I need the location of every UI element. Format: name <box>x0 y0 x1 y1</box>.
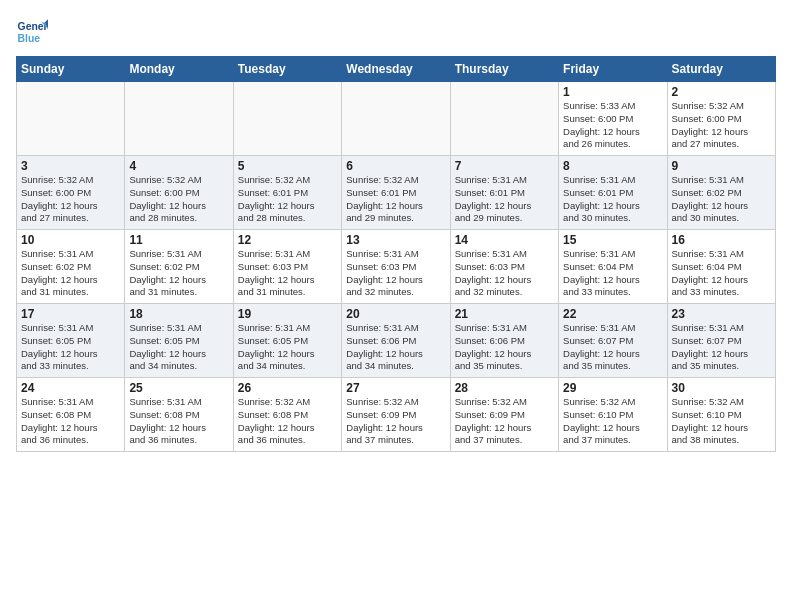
calendar-cell: 28Sunrise: 5:32 AMSunset: 6:09 PMDayligh… <box>450 378 558 452</box>
day-info: Sunrise: 5:31 AMSunset: 6:08 PMDaylight:… <box>129 396 228 447</box>
calendar-cell <box>342 82 450 156</box>
day-info: Sunrise: 5:32 AMSunset: 6:01 PMDaylight:… <box>238 174 337 225</box>
day-info: Sunrise: 5:31 AMSunset: 6:01 PMDaylight:… <box>455 174 554 225</box>
day-info: Sunrise: 5:31 AMSunset: 6:06 PMDaylight:… <box>346 322 445 373</box>
calendar-cell: 12Sunrise: 5:31 AMSunset: 6:03 PMDayligh… <box>233 230 341 304</box>
day-number: 15 <box>563 233 662 247</box>
day-number: 26 <box>238 381 337 395</box>
calendar-cell: 30Sunrise: 5:32 AMSunset: 6:10 PMDayligh… <box>667 378 775 452</box>
day-number: 23 <box>672 307 771 321</box>
day-number: 12 <box>238 233 337 247</box>
day-number: 25 <box>129 381 228 395</box>
calendar-cell: 3Sunrise: 5:32 AMSunset: 6:00 PMDaylight… <box>17 156 125 230</box>
day-info: Sunrise: 5:31 AMSunset: 6:02 PMDaylight:… <box>21 248 120 299</box>
day-info: Sunrise: 5:31 AMSunset: 6:08 PMDaylight:… <box>21 396 120 447</box>
calendar-cell: 11Sunrise: 5:31 AMSunset: 6:02 PMDayligh… <box>125 230 233 304</box>
day-number: 4 <box>129 159 228 173</box>
day-info: Sunrise: 5:33 AMSunset: 6:00 PMDaylight:… <box>563 100 662 151</box>
day-of-week-header: Monday <box>125 57 233 82</box>
day-number: 1 <box>563 85 662 99</box>
day-number: 24 <box>21 381 120 395</box>
calendar-cell: 19Sunrise: 5:31 AMSunset: 6:05 PMDayligh… <box>233 304 341 378</box>
calendar-cell: 24Sunrise: 5:31 AMSunset: 6:08 PMDayligh… <box>17 378 125 452</box>
day-of-week-header: Friday <box>559 57 667 82</box>
logo-icon: General Blue <box>16 16 48 48</box>
day-info: Sunrise: 5:31 AMSunset: 6:07 PMDaylight:… <box>672 322 771 373</box>
day-number: 9 <box>672 159 771 173</box>
day-number: 28 <box>455 381 554 395</box>
calendar-cell: 16Sunrise: 5:31 AMSunset: 6:04 PMDayligh… <box>667 230 775 304</box>
calendar-cell: 25Sunrise: 5:31 AMSunset: 6:08 PMDayligh… <box>125 378 233 452</box>
day-info: Sunrise: 5:31 AMSunset: 6:03 PMDaylight:… <box>455 248 554 299</box>
calendar-table: SundayMondayTuesdayWednesdayThursdayFrid… <box>16 56 776 452</box>
calendar-cell: 18Sunrise: 5:31 AMSunset: 6:05 PMDayligh… <box>125 304 233 378</box>
calendar-header-row: SundayMondayTuesdayWednesdayThursdayFrid… <box>17 57 776 82</box>
calendar-cell: 7Sunrise: 5:31 AMSunset: 6:01 PMDaylight… <box>450 156 558 230</box>
day-info: Sunrise: 5:31 AMSunset: 6:06 PMDaylight:… <box>455 322 554 373</box>
day-number: 11 <box>129 233 228 247</box>
day-info: Sunrise: 5:31 AMSunset: 6:05 PMDaylight:… <box>129 322 228 373</box>
day-number: 27 <box>346 381 445 395</box>
day-info: Sunrise: 5:31 AMSunset: 6:05 PMDaylight:… <box>238 322 337 373</box>
calendar-cell <box>450 82 558 156</box>
day-of-week-header: Sunday <box>17 57 125 82</box>
day-info: Sunrise: 5:32 AMSunset: 6:00 PMDaylight:… <box>21 174 120 225</box>
day-of-week-header: Saturday <box>667 57 775 82</box>
calendar-cell: 14Sunrise: 5:31 AMSunset: 6:03 PMDayligh… <box>450 230 558 304</box>
day-number: 10 <box>21 233 120 247</box>
calendar-cell: 22Sunrise: 5:31 AMSunset: 6:07 PMDayligh… <box>559 304 667 378</box>
calendar-cell: 15Sunrise: 5:31 AMSunset: 6:04 PMDayligh… <box>559 230 667 304</box>
day-info: Sunrise: 5:32 AMSunset: 6:01 PMDaylight:… <box>346 174 445 225</box>
calendar-cell: 26Sunrise: 5:32 AMSunset: 6:08 PMDayligh… <box>233 378 341 452</box>
day-of-week-header: Tuesday <box>233 57 341 82</box>
svg-text:Blue: Blue <box>18 33 41 44</box>
calendar-cell <box>125 82 233 156</box>
day-info: Sunrise: 5:31 AMSunset: 6:05 PMDaylight:… <box>21 322 120 373</box>
calendar-cell <box>17 82 125 156</box>
day-number: 3 <box>21 159 120 173</box>
day-number: 17 <box>21 307 120 321</box>
day-number: 29 <box>563 381 662 395</box>
calendar-cell: 27Sunrise: 5:32 AMSunset: 6:09 PMDayligh… <box>342 378 450 452</box>
day-number: 7 <box>455 159 554 173</box>
calendar-cell: 20Sunrise: 5:31 AMSunset: 6:06 PMDayligh… <box>342 304 450 378</box>
day-info: Sunrise: 5:31 AMSunset: 6:07 PMDaylight:… <box>563 322 662 373</box>
day-info: Sunrise: 5:32 AMSunset: 6:09 PMDaylight:… <box>346 396 445 447</box>
day-number: 22 <box>563 307 662 321</box>
day-number: 18 <box>129 307 228 321</box>
calendar-cell: 6Sunrise: 5:32 AMSunset: 6:01 PMDaylight… <box>342 156 450 230</box>
day-number: 8 <box>563 159 662 173</box>
day-of-week-header: Thursday <box>450 57 558 82</box>
day-of-week-header: Wednesday <box>342 57 450 82</box>
day-number: 6 <box>346 159 445 173</box>
calendar-cell <box>233 82 341 156</box>
day-info: Sunrise: 5:32 AMSunset: 6:10 PMDaylight:… <box>672 396 771 447</box>
calendar-cell: 23Sunrise: 5:31 AMSunset: 6:07 PMDayligh… <box>667 304 775 378</box>
calendar-cell: 29Sunrise: 5:32 AMSunset: 6:10 PMDayligh… <box>559 378 667 452</box>
calendar-week-row: 10Sunrise: 5:31 AMSunset: 6:02 PMDayligh… <box>17 230 776 304</box>
calendar-cell: 17Sunrise: 5:31 AMSunset: 6:05 PMDayligh… <box>17 304 125 378</box>
day-number: 2 <box>672 85 771 99</box>
calendar-cell: 9Sunrise: 5:31 AMSunset: 6:02 PMDaylight… <box>667 156 775 230</box>
day-info: Sunrise: 5:31 AMSunset: 6:02 PMDaylight:… <box>672 174 771 225</box>
day-info: Sunrise: 5:31 AMSunset: 6:03 PMDaylight:… <box>346 248 445 299</box>
day-number: 30 <box>672 381 771 395</box>
day-number: 14 <box>455 233 554 247</box>
calendar-cell: 8Sunrise: 5:31 AMSunset: 6:01 PMDaylight… <box>559 156 667 230</box>
day-info: Sunrise: 5:31 AMSunset: 6:02 PMDaylight:… <box>129 248 228 299</box>
day-number: 21 <box>455 307 554 321</box>
calendar-week-row: 3Sunrise: 5:32 AMSunset: 6:00 PMDaylight… <box>17 156 776 230</box>
day-info: Sunrise: 5:32 AMSunset: 6:08 PMDaylight:… <box>238 396 337 447</box>
calendar-week-row: 17Sunrise: 5:31 AMSunset: 6:05 PMDayligh… <box>17 304 776 378</box>
logo: General Blue <box>16 16 48 48</box>
calendar-cell: 13Sunrise: 5:31 AMSunset: 6:03 PMDayligh… <box>342 230 450 304</box>
day-info: Sunrise: 5:31 AMSunset: 6:03 PMDaylight:… <box>238 248 337 299</box>
page-header: General Blue <box>16 16 776 48</box>
day-number: 5 <box>238 159 337 173</box>
calendar-cell: 1Sunrise: 5:33 AMSunset: 6:00 PMDaylight… <box>559 82 667 156</box>
calendar-week-row: 1Sunrise: 5:33 AMSunset: 6:00 PMDaylight… <box>17 82 776 156</box>
day-info: Sunrise: 5:31 AMSunset: 6:04 PMDaylight:… <box>563 248 662 299</box>
day-number: 19 <box>238 307 337 321</box>
calendar-week-row: 24Sunrise: 5:31 AMSunset: 6:08 PMDayligh… <box>17 378 776 452</box>
day-info: Sunrise: 5:31 AMSunset: 6:01 PMDaylight:… <box>563 174 662 225</box>
